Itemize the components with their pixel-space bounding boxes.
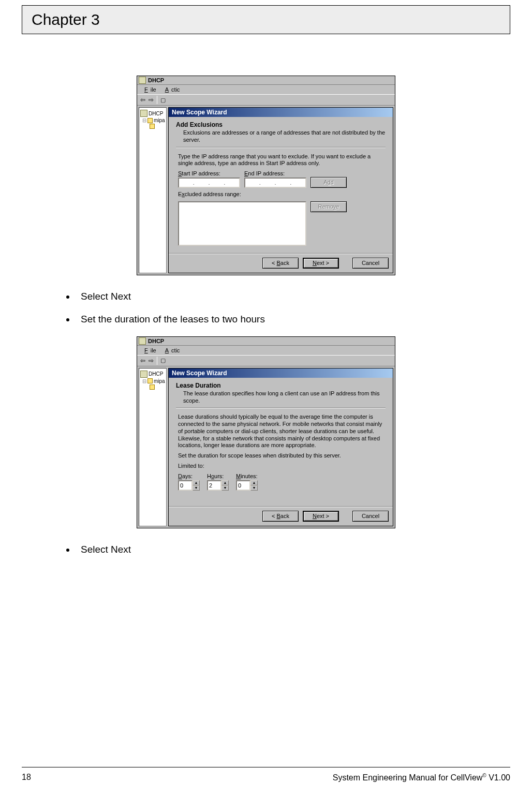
manual-title: System Engineering Manual for CellView© … — [333, 773, 510, 782]
back-button[interactable]: < Back — [262, 511, 299, 522]
screenshot-lease-duration: DHCP File Actic ⇦ ⇨ ▢ DHCP ⊟mipa New Sco… — [137, 336, 395, 528]
dialog-heading-desc: The lease duration specifies how long a … — [183, 390, 386, 405]
toolbar: ⇦ ⇨ ▢ — [137, 94, 395, 106]
app-title: DHCP — [148, 77, 164, 83]
app-icon — [139, 337, 146, 345]
spinner-up-icon[interactable]: ▲ — [193, 480, 200, 485]
label-start-ip: Start IP address: — [178, 170, 240, 176]
dialog-heading: Lease Duration — [176, 382, 386, 389]
folder-icon — [150, 124, 155, 129]
end-ip-input[interactable]: ... — [244, 178, 306, 188]
spinner-down-icon[interactable]: ▼ — [221, 485, 229, 491]
nav-back-icon[interactable]: ⇦ — [140, 357, 145, 364]
lease-paragraph: Lease durations should typically be equa… — [178, 413, 383, 449]
bullet-select-next: Select Next — [76, 291, 510, 302]
bullet-list: Select Next Set the duration of the leas… — [63, 291, 510, 325]
bullet-set-duration: Set the duration of the leases to two ho… — [76, 314, 510, 325]
page-number: 18 — [22, 773, 31, 782]
set-duration-text: Set the duration for scope leases when d… — [178, 452, 383, 460]
spinner-up-icon[interactable]: ▲ — [221, 480, 229, 485]
wizard-dialog: New Scope Wizard Lease Duration The leas… — [168, 368, 393, 526]
dialog-heading: Add Exclusions — [176, 121, 386, 128]
toolbar-button-icon[interactable]: ▢ — [160, 357, 166, 364]
days-input[interactable] — [178, 480, 193, 491]
dialog-heading-desc: Exclusions are addresses or a range of a… — [183, 129, 386, 144]
dialog-footer: < Back Next > Cancel — [169, 506, 393, 526]
spinner-up-icon[interactable]: ▲ — [250, 480, 258, 485]
menu-file[interactable]: File — [139, 86, 159, 93]
tree-panel: DHCP ⊟mipa — [139, 107, 167, 273]
next-button[interactable]: Next > — [303, 511, 339, 522]
minutes-spinner[interactable]: ▲▼ — [236, 480, 258, 491]
cancel-button[interactable]: Cancel — [352, 511, 389, 522]
app-titlebar: DHCP — [137, 76, 395, 85]
label-days: Days: — [178, 473, 200, 479]
menubar: File Actic — [137, 85, 395, 94]
chapter-header: Chapter 3 — [22, 5, 510, 34]
label-hours: Hours: — [207, 473, 229, 479]
label-minutes: Minutes: — [236, 473, 258, 479]
app-icon — [139, 77, 146, 84]
nav-forward-icon[interactable]: ⇨ — [149, 357, 154, 364]
dialog-title: New Scope Wizard — [169, 368, 393, 378]
next-button[interactable]: Next > — [303, 258, 339, 269]
copyright-symbol: © — [482, 773, 486, 778]
limited-to-label: Limited to: — [178, 463, 383, 470]
add-button[interactable]: Add — [311, 177, 347, 188]
nav-forward-icon[interactable]: ⇨ — [149, 96, 154, 104]
menu-file[interactable]: File — [139, 347, 159, 354]
spinner-down-icon[interactable]: ▼ — [193, 485, 200, 491]
cancel-button[interactable]: Cancel — [352, 258, 389, 269]
app-titlebar: DHCP — [137, 337, 395, 346]
divider — [176, 407, 386, 408]
divider — [176, 147, 386, 148]
start-ip-input[interactable]: ... — [178, 178, 240, 188]
app-title: DHCP — [148, 338, 164, 344]
hours-spinner[interactable]: ▲▼ — [207, 480, 229, 491]
screenshot-add-exclusions: DHCP File Actic ⇦ ⇨ ▢ DHCP ⊟mipa New Sco… — [137, 76, 395, 275]
wizard-dialog: New Scope Wizard Add Exclusions Exclusio… — [168, 107, 393, 273]
dhcp-icon — [140, 371, 147, 378]
remove-button[interactable]: Remove — [311, 201, 347, 212]
instructions-text: Type the IP address range that you want … — [178, 153, 383, 168]
dhcp-icon — [140, 110, 147, 117]
folder-icon — [147, 118, 153, 123]
dialog-footer: < Back Next > Cancel — [169, 253, 393, 273]
toolbar-separator — [157, 96, 157, 104]
tree-subfolder[interactable] — [150, 385, 165, 390]
folder-icon — [147, 378, 153, 383]
tree-subfolder[interactable] — [150, 124, 165, 129]
chapter-title: Chapter 3 — [32, 11, 500, 28]
menubar: File Actic — [137, 346, 395, 355]
bullet-select-next: Select Next — [76, 544, 510, 555]
bullet-list: Select Next — [63, 544, 510, 555]
label-end-ip: End IP address: — [244, 170, 306, 176]
back-button[interactable]: < Back — [262, 258, 299, 269]
toolbar-button-icon[interactable]: ▢ — [160, 97, 166, 104]
toolbar: ⇦ ⇨ ▢ — [137, 355, 395, 366]
days-spinner[interactable]: ▲▼ — [178, 480, 200, 491]
spinner-down-icon[interactable]: ▼ — [250, 485, 258, 491]
tree-panel: DHCP ⊟mipa — [139, 368, 167, 526]
menu-action[interactable]: Actic — [160, 86, 183, 93]
page-footer: 18 System Engineering Manual for CellVie… — [22, 767, 510, 782]
dialog-title: New Scope Wizard — [169, 108, 393, 117]
folder-icon — [150, 385, 155, 390]
nav-back-icon[interactable]: ⇦ — [140, 96, 145, 104]
tree-node[interactable]: ⊟mipa — [142, 117, 165, 123]
excluded-listbox[interactable] — [178, 201, 306, 246]
tree-node[interactable]: ⊟mipa — [142, 378, 165, 384]
tree-root[interactable]: DHCP — [140, 110, 165, 117]
toolbar-separator — [157, 357, 157, 365]
hours-input[interactable] — [207, 480, 221, 491]
tree-root[interactable]: DHCP — [140, 371, 165, 378]
label-excluded-range: Excluded address range: — [178, 191, 383, 198]
menu-action[interactable]: Actic — [160, 347, 183, 354]
minutes-input[interactable] — [236, 480, 250, 491]
